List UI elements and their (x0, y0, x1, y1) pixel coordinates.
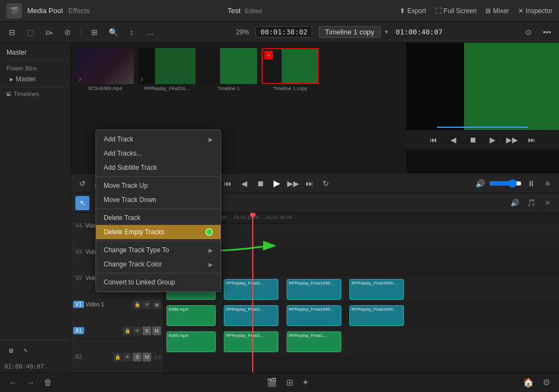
effects-label[interactable]: Effects (68, 7, 90, 15)
transport-settings-btn[interactable]: ⏸ (524, 176, 538, 191)
timecode-right: 01:00:40:07 (396, 28, 443, 36)
search-btn[interactable]: 🔍 (105, 25, 121, 40)
menu-item-add-subtitle[interactable]: Add Subtitle Track (96, 161, 221, 175)
preview-rew-btn[interactable]: ◀ (446, 133, 460, 147)
inspector-btn[interactable]: ✕ Inspector (518, 7, 552, 15)
track-lock-a2[interactable]: 🔒 (113, 353, 122, 361)
prev-frame-btn[interactable]: ⏮ (221, 176, 235, 191)
clip-v1-3[interactable]: RPReplay_Final1690... (287, 305, 341, 326)
loop-btn[interactable]: ↻ (319, 176, 333, 191)
menu-item-convert-linked[interactable]: Convert to Linked Group (96, 275, 221, 289)
media-item-3[interactable]: Timeline 1 (200, 48, 257, 91)
track-s-a1[interactable]: S (142, 326, 151, 335)
nav-effects-btn[interactable]: ✦ (302, 377, 309, 388)
clip-v2-4[interactable]: RPReplay_Final1690... (349, 279, 404, 300)
media-item-2[interactable]: ♪ RPReplay_Final16... (138, 48, 195, 91)
menu-item-add-track[interactable]: Add Track ▶ (96, 132, 221, 146)
thumb-caption-1: 8C3A8389.mp4 (76, 86, 134, 91)
rew-btn[interactable]: ◀ (237, 176, 251, 191)
preview-ff-btn[interactable]: ▶▶ (505, 133, 519, 147)
volume-slider[interactable] (489, 179, 522, 188)
track-lock-v1[interactable]: 🔒 (133, 300, 141, 309)
nav-timeline-btn[interactable]: ⊞ (286, 377, 293, 388)
audio-btn[interactable]: 🔊 (473, 176, 487, 191)
stop-btn[interactable]: ⏹ (253, 176, 267, 191)
timecode-main[interactable]: 00:01:38:02 (255, 26, 312, 38)
track-eye-a1[interactable]: 👁 (133, 326, 141, 335)
media-pool-view-btn[interactable]: ⊟ (4, 25, 20, 40)
flag-btn[interactable]: ⌲ (41, 25, 57, 40)
clip-a1-1[interactable]: 8389.mp4 (166, 331, 216, 352)
transport-menu-btn[interactable]: ≡ (540, 176, 555, 191)
sidebar-monitor-btn[interactable]: 🖥 (4, 345, 16, 357)
mixer-btn[interactable]: ⊞ Mixer (485, 7, 509, 15)
sidebar-item-master[interactable]: ▶ Master (3, 74, 67, 85)
play-btn[interactable]: ▶ (270, 176, 284, 191)
menu-item-delete-empty[interactable]: Delete Empty Tracks (96, 225, 221, 239)
media-item-1[interactable]: ♪ 8C3A8389.mp4 (76, 48, 134, 91)
tool-select-btn[interactable]: ↖ (75, 196, 90, 210)
track-lock-a1[interactable]: 🔒 (123, 326, 132, 335)
timelines-label[interactable]: 📽 Timelines (3, 90, 67, 98)
transport-loop-btn[interactable]: ↺ (75, 176, 90, 191)
media-pool-label[interactable]: Media Pool (27, 7, 63, 15)
clip-a1-2[interactable]: RPReplay_Final1... (224, 331, 278, 352)
tool-settings-btn[interactable]: ≡ (540, 196, 555, 210)
clip-v1-1[interactable]: 8389.mp4 (166, 305, 216, 326)
sidebar-cursor-btn[interactable]: ↖ (20, 345, 32, 357)
clip-v1-4[interactable]: RPReplay_Final1690... (349, 305, 404, 326)
ff-btn[interactable]: ▶▶ (286, 176, 300, 191)
preview-prev-btn[interactable]: ⏮ (426, 133, 441, 147)
track-color-v1[interactable]: ▣ (152, 300, 161, 309)
power-bins-label[interactable]: Power Bins (3, 63, 67, 74)
nav-home-btn[interactable]: 🏠 (523, 377, 534, 388)
zoom-pct: 29% (236, 28, 249, 36)
menu-sep-2 (96, 209, 221, 209)
track-eye-v1[interactable]: 👁 (142, 300, 151, 309)
nav-undo-btn[interactable]: ← (9, 378, 17, 388)
nav-delete-btn[interactable]: 🗑 (44, 378, 52, 388)
preview-next-btn[interactable]: ⏭ (525, 133, 539, 147)
clip-v1-2[interactable]: RPReplay_Final1... (224, 305, 278, 326)
context-menu: Add Track ▶ Add Tracks... Add Subtitle T… (96, 129, 221, 292)
filter-btn[interactable]: ⊘ (60, 25, 75, 40)
next-frame-btn[interactable]: ⏭ (302, 176, 317, 191)
menu-label-change-type: Change Track Type To (104, 246, 169, 254)
menu-label-convert-linked: Convert to Linked Group (104, 278, 175, 286)
track-eye-a2[interactable]: 👁 (123, 353, 132, 361)
clip-v2-3[interactable]: RPReplay_Final1690... (287, 279, 341, 300)
media-item-4[interactable]: ✓ Timeline 1 copy (261, 48, 319, 91)
tool-waveform-btn[interactable]: 🎵 (524, 196, 538, 210)
clip-view-btn[interactable]: ⬚ (23, 25, 38, 40)
clip-v2-2[interactable]: RPReplay_Final1... (224, 279, 278, 300)
track-m-a1[interactable]: M (152, 326, 161, 335)
tool-audio-btn[interactable]: 🔊 (508, 196, 522, 210)
toolbar-more-btn-right[interactable]: ⊙ (521, 25, 536, 40)
nav-settings-btn[interactable]: ⚙ (543, 377, 550, 388)
menu-sep-1 (96, 176, 221, 177)
master-label[interactable]: Master (3, 47, 67, 58)
toolbar-ellipsis-btn[interactable]: ••• (539, 25, 555, 40)
menu-item-move-up[interactable]: Move Track Up (96, 179, 221, 193)
menu-item-change-color[interactable]: Change Track Color ▶ (96, 257, 221, 271)
more-btn[interactable]: ... (142, 25, 158, 40)
track-s-a2[interactable]: S (133, 353, 141, 361)
preview-stop-btn[interactable]: ⏹ (466, 133, 480, 147)
track-id-v2: V2 (73, 275, 84, 281)
grid-view-btn[interactable]: ⊞ (87, 25, 102, 40)
export-btn[interactable]: ⬆ Export (400, 7, 426, 15)
timeline-name-display[interactable]: Timeline 1 copy (319, 26, 380, 38)
clip-a1-3[interactable]: RPReplay_Final1... (287, 331, 341, 352)
nav-redo-btn[interactable]: → (26, 378, 35, 388)
menu-item-delete-track[interactable]: Delete Track (96, 211, 221, 225)
preview-play-btn[interactable]: ▶ (485, 133, 499, 147)
fullscreen-btn[interactable]: ⛶ Full Screen (435, 7, 477, 15)
sort-btn[interactable]: ↕ (124, 25, 139, 40)
track-m-a2[interactable]: M (142, 353, 151, 361)
bottom-nav: ← → 🗑 🎬 ⊞ ✦ 🏠 ⚙ (0, 372, 559, 392)
menu-item-add-tracks[interactable]: Add Tracks... (96, 146, 221, 161)
nav-media-pool-btn[interactable]: 🎬 (266, 377, 277, 388)
menu-item-change-type[interactable]: Change Track Type To ▶ (96, 243, 221, 257)
menu-item-move-down[interactable]: Move Track Down (96, 193, 221, 207)
top-bar: 🎬 Media Pool Effects Test Edited ⬆ Expor… (0, 0, 559, 22)
